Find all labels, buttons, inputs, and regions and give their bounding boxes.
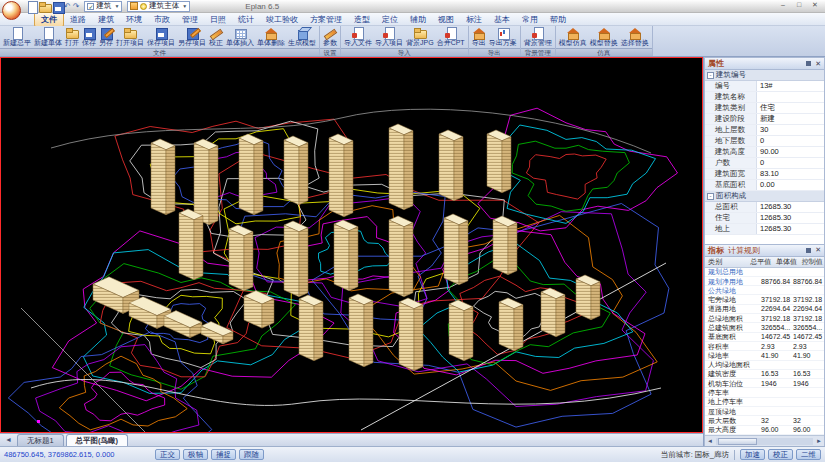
undo-icon[interactable]: ↶ — [64, 1, 71, 12]
correct-mode-button[interactable]: 校正 — [768, 449, 793, 460]
menu-tab-manage[interactable]: 管理 — [176, 13, 204, 26]
property-value[interactable]: 12685.30 — [757, 213, 824, 223]
property-value[interactable] — [757, 92, 824, 102]
open-project-button[interactable]: 打开项目 — [115, 27, 145, 46]
model-simulate-button[interactable]: 模型仿真 — [558, 27, 588, 46]
new-plan-button[interactable]: 新建总平 — [2, 27, 32, 46]
indicator-row[interactable]: 停车率 — [705, 388, 824, 397]
indicator-row[interactable]: 规划净用地88766.8488766.84 — [705, 277, 824, 286]
menu-tab-building[interactable]: 建筑 — [92, 13, 120, 26]
menu-tab-municipal[interactable]: 市政 — [148, 13, 176, 26]
indicator-row[interactable]: 绿地率41.9041.90 — [705, 351, 824, 360]
pin-icon[interactable] — [806, 61, 811, 66]
property-value[interactable]: 0 — [757, 158, 824, 168]
property-value[interactable]: 0 — [757, 136, 824, 146]
menu-tab-scheme[interactable]: 方案管理 — [304, 13, 348, 26]
indicator-row[interactable]: 人均绿地面积 — [705, 361, 824, 370]
indicator-row[interactable]: 建筑密度16.5316.53 — [705, 370, 824, 379]
indicator-row[interactable]: 规划总用地 — [705, 268, 824, 277]
menu-tab-annotation[interactable]: 标注 — [460, 13, 488, 26]
ortho-toggle[interactable]: 正交 — [155, 449, 180, 460]
indicator-row[interactable]: 基底面积14672.4514672.45 — [705, 333, 824, 342]
indicator-row[interactable]: 容积率2.932.93 — [705, 342, 824, 351]
accelerate-button[interactable]: 加速 — [740, 449, 765, 460]
scroll-left-icon[interactable]: ◄ — [705, 438, 715, 444]
menu-tab-environment[interactable]: 环境 — [120, 13, 148, 26]
horizontal-scrollbar[interactable]: ◄ ► — [705, 435, 824, 446]
parameters-button[interactable]: 参数 — [322, 27, 338, 46]
indicator-row[interactable]: 最大高度96.0096.00 — [705, 426, 824, 435]
property-section[interactable]: -建筑编号 — [705, 70, 824, 81]
maximize-button[interactable]: □ — [793, 1, 805, 9]
menu-tab-road[interactable]: 道路 — [64, 13, 92, 26]
property-value[interactable]: 住宅 — [757, 103, 824, 113]
menu-tab-common[interactable]: 常用 — [516, 13, 544, 26]
follow-toggle[interactable]: 跟随 — [239, 449, 264, 460]
tab-site-plan-birdview[interactable]: 总平图(鸟瞰) — [66, 434, 129, 446]
2d-mode-button[interactable]: 二维 — [796, 449, 821, 460]
model-viewport[interactable] — [0, 57, 703, 433]
menu-tab-view[interactable]: 视图 — [432, 13, 460, 26]
style-combo[interactable]: 建筑主体 ▼ — [127, 1, 190, 12]
unit-insert-button[interactable]: 单体插入 — [225, 27, 255, 46]
menu-tab-help[interactable]: 帮助 — [544, 13, 572, 26]
indicator-row[interactable]: 总绿地面积37192.1837192.18 — [705, 314, 824, 323]
redo-icon[interactable]: ↷ — [73, 1, 80, 12]
background-manage-button[interactable]: 背景管理 — [523, 27, 553, 46]
select-replace-button[interactable]: 选择替换 — [620, 27, 650, 46]
property-value[interactable]: 90.00 — [757, 147, 824, 157]
menu-tab-sunlight[interactable]: 日照 — [204, 13, 232, 26]
close-icon[interactable]: ✕ — [815, 60, 821, 68]
save-button[interactable]: 保存 — [81, 27, 97, 46]
model-replace-button[interactable]: 模型替换 — [589, 27, 619, 46]
polar-toggle[interactable]: 极轴 — [183, 449, 208, 460]
minimize-button[interactable]: – — [777, 1, 789, 9]
open-folder-icon[interactable] — [38, 1, 49, 12]
new-doc-icon[interactable] — [25, 1, 36, 12]
property-value[interactable]: 12685.30 — [757, 202, 824, 212]
save-as-project-button[interactable]: 另存项目 — [177, 27, 207, 46]
menu-tab-statistics[interactable]: 统计 — [232, 13, 260, 26]
save-as-button[interactable]: 另存 — [98, 27, 114, 46]
chevron-down-icon[interactable]: ▼ — [182, 3, 187, 9]
property-section[interactable]: -面积构成 — [705, 191, 824, 202]
menu-tab-basic[interactable]: 基本 — [488, 13, 516, 26]
correct-button[interactable]: 校正 — [208, 27, 224, 46]
collapse-icon[interactable]: - — [707, 72, 714, 79]
pin-icon[interactable] — [806, 248, 811, 253]
background-jpg-button[interactable]: 背景JPG — [405, 27, 435, 46]
property-value[interactable]: 12685.30 — [757, 224, 824, 234]
indicator-row[interactable]: 最大层数3232 — [705, 416, 824, 425]
close-icon[interactable]: ✕ — [815, 246, 821, 254]
indicator-row[interactable]: 地上停车率 — [705, 398, 824, 407]
tab-calc-rules[interactable]: 计算规则 — [728, 245, 760, 256]
indicator-row[interactable]: 道路用地22694.6422694.64 — [705, 305, 824, 314]
property-value[interactable]: 83.10 — [757, 169, 824, 179]
save-icon[interactable] — [51, 1, 62, 12]
chevron-down-icon[interactable]: ▼ — [114, 3, 119, 9]
indicator-row[interactable]: 总建筑面积326554...326554... — [705, 323, 824, 332]
export-plan-button[interactable]: 导出方案 — [488, 27, 518, 46]
layer-combo[interactable]: ✓ 建筑 ▼ — [84, 1, 122, 12]
open-button[interactable]: 打开 — [64, 27, 80, 46]
property-value[interactable]: 新建 — [757, 114, 824, 124]
close-button[interactable]: ✕ — [809, 1, 821, 9]
tab-scroll-left-icon[interactable]: ◄ — [2, 434, 15, 446]
menu-tab-file[interactable]: 文件 — [34, 12, 64, 27]
tab-untitled[interactable]: 无标题1 — [17, 434, 64, 446]
property-value[interactable]: 30 — [757, 125, 824, 135]
snap-toggle[interactable]: 捕捉 — [211, 449, 236, 460]
indicator-row[interactable]: 公共绿地 — [705, 286, 824, 295]
collapse-icon[interactable]: - — [707, 193, 714, 200]
save-project-button[interactable]: 保存项目 — [146, 27, 176, 46]
indicator-row[interactable]: 宅旁绿地37192.1837192.18 — [705, 295, 824, 304]
menu-tab-acceptance[interactable]: 竣工验收 — [260, 13, 304, 26]
unit-delete-button[interactable]: 单体删除 — [256, 27, 286, 46]
import-file-button[interactable]: 导入文件 — [343, 27, 373, 46]
scrollbar-thumb[interactable] — [718, 438, 757, 445]
tab-indicators[interactable]: 指标 — [708, 245, 724, 256]
property-value[interactable]: 13# — [757, 81, 824, 91]
menu-tab-modeling[interactable]: 造型 — [348, 13, 376, 26]
menu-tab-positioning[interactable]: 定位 — [376, 13, 404, 26]
merge-cpt-button[interactable]: 合并CPT — [436, 27, 466, 46]
